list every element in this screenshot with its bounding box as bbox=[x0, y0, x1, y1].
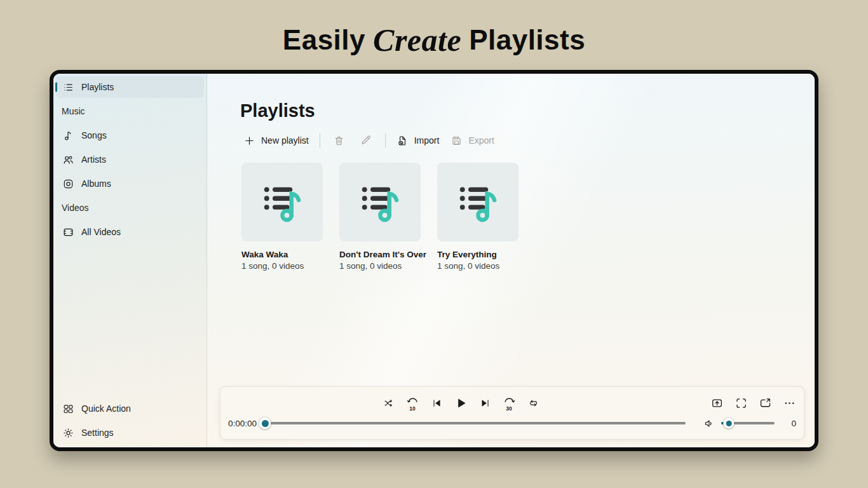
volume-slider[interactable] bbox=[721, 417, 775, 429]
sidebar-item-label: Settings bbox=[81, 428, 114, 438]
shuffle-button[interactable] bbox=[379, 393, 398, 412]
seek-track[interactable] bbox=[264, 422, 686, 424]
seek-thumb[interactable] bbox=[259, 417, 271, 430]
playlist-title: Don't Dream It's Over bbox=[339, 250, 421, 259]
title-word-regular: Playlists bbox=[469, 24, 585, 56]
playlist-meta: 1 song, 0 videos bbox=[241, 261, 323, 271]
skip-forward-label: 30 bbox=[499, 405, 519, 412]
fullscreen-icon bbox=[735, 396, 748, 410]
trash-icon bbox=[333, 135, 345, 147]
previous-button[interactable] bbox=[427, 393, 446, 412]
title-word-italic: Create bbox=[373, 22, 461, 58]
gear-icon bbox=[62, 426, 74, 439]
playlist-card[interactable]: Don't Dream It's Over 1 song, 0 videos bbox=[339, 163, 421, 271]
volume-value: 0 bbox=[783, 419, 796, 428]
cast-button[interactable] bbox=[707, 393, 726, 412]
player-controls-row: 10 30 bbox=[220, 393, 804, 415]
playlist-cover[interactable] bbox=[437, 163, 519, 241]
sidebar-spacer bbox=[56, 244, 204, 396]
title-word-regular: Easily bbox=[283, 24, 365, 56]
shuffle-icon bbox=[383, 398, 394, 409]
import-button[interactable]: Import bbox=[391, 132, 445, 149]
miniplayer-icon bbox=[759, 396, 772, 410]
fullscreen-button[interactable] bbox=[731, 393, 750, 412]
playlist-art-icon bbox=[454, 179, 501, 226]
repeat-icon bbox=[528, 398, 539, 409]
sidebar-item-all-videos[interactable]: All Videos bbox=[56, 221, 204, 243]
people-icon bbox=[62, 153, 74, 166]
main-content: Playlists New playlist Import Export bbox=[207, 74, 815, 447]
new-playlist-button[interactable]: New playlist bbox=[238, 132, 315, 149]
next-button[interactable] bbox=[475, 393, 494, 412]
pencil-icon bbox=[360, 135, 372, 147]
seek-bar[interactable] bbox=[264, 417, 686, 429]
sidebar: Playlists Music Songs Artists Albums Vid… bbox=[53, 74, 207, 447]
sidebar-item-settings[interactable]: Settings bbox=[56, 422, 204, 444]
sidebar-item-songs[interactable]: Songs bbox=[56, 125, 204, 146]
playlist-art-icon bbox=[259, 179, 306, 226]
quick-action-grid-icon bbox=[62, 402, 74, 415]
playlist-card[interactable]: Try Everything 1 song, 0 videos bbox=[437, 163, 519, 271]
toolbar-divider bbox=[320, 133, 320, 148]
player-seek-row: 0:00:00 0 bbox=[220, 412, 804, 434]
play-icon bbox=[454, 396, 468, 410]
next-track-icon bbox=[480, 398, 491, 409]
film-frame-icon bbox=[62, 226, 74, 238]
sidebar-item-artists[interactable]: Artists bbox=[56, 149, 204, 170]
playlist-queue-icon bbox=[62, 81, 74, 93]
player-secondary-controls bbox=[707, 393, 799, 412]
delete-button[interactable] bbox=[325, 132, 353, 149]
export-button[interactable]: Export bbox=[445, 132, 499, 149]
playlist-meta: 1 song, 0 videos bbox=[437, 261, 519, 271]
skip-forward-button[interactable]: 30 bbox=[499, 393, 519, 412]
playlist-title: Waka Waka bbox=[241, 250, 323, 259]
playlist-cover[interactable] bbox=[339, 163, 421, 241]
edit-button[interactable] bbox=[353, 132, 380, 149]
playlist-title: Try Everything bbox=[437, 250, 519, 259]
skip-back-label: 10 bbox=[403, 405, 422, 412]
sidebar-item-label: Albums bbox=[81, 179, 111, 189]
page-heading: Playlists bbox=[240, 100, 815, 121]
export-label: Export bbox=[468, 135, 494, 146]
toolbar: New playlist Import Export bbox=[238, 131, 815, 150]
player-bar: 10 30 bbox=[220, 386, 804, 440]
volume-icon[interactable] bbox=[702, 417, 716, 430]
page-title: EasilyCreatePlaylists bbox=[0, 0, 868, 58]
more-button[interactable] bbox=[780, 393, 799, 412]
previous-track-icon bbox=[431, 398, 442, 409]
elapsed-time: 0:00:00 bbox=[228, 419, 257, 428]
sidebar-item-quick-action[interactable]: Quick Action bbox=[56, 398, 204, 419]
playlist-grid: Waka Waka 1 song, 0 videos Don't Dream I… bbox=[241, 163, 815, 271]
skip-back-button[interactable]: 10 bbox=[403, 393, 422, 412]
sidebar-item-label: Artists bbox=[81, 154, 106, 165]
sidebar-item-label: Quick Action bbox=[81, 403, 131, 414]
plus-icon bbox=[243, 135, 255, 147]
new-playlist-label: New playlist bbox=[261, 135, 309, 146]
selected-indicator bbox=[55, 83, 57, 92]
import-icon bbox=[397, 135, 409, 147]
media-player-window: Playlists Music Songs Artists Albums Vid… bbox=[50, 70, 818, 451]
album-icon bbox=[62, 177, 74, 190]
sidebar-item-label: Playlists bbox=[81, 82, 114, 92]
miniplayer-button[interactable] bbox=[756, 393, 775, 412]
cast-icon bbox=[710, 396, 724, 410]
sidebar-section-videos: Videos bbox=[56, 197, 204, 219]
play-button[interactable] bbox=[451, 393, 470, 412]
music-note-icon bbox=[62, 129, 74, 142]
playlist-card[interactable]: Waka Waka 1 song, 0 videos bbox=[241, 163, 323, 271]
import-label: Import bbox=[414, 135, 440, 146]
transport-controls: 10 30 bbox=[379, 393, 543, 412]
repeat-button[interactable] bbox=[524, 393, 543, 412]
sidebar-item-label: All Videos bbox=[81, 227, 121, 237]
volume-thumb[interactable] bbox=[723, 418, 734, 429]
sidebar-item-albums[interactable]: Albums bbox=[56, 173, 204, 194]
playlist-art-icon bbox=[356, 179, 403, 226]
playlist-cover[interactable] bbox=[241, 163, 323, 241]
sidebar-item-label: Songs bbox=[81, 130, 107, 140]
more-ellipsis-icon bbox=[783, 396, 796, 410]
sidebar-item-playlists[interactable]: Playlists bbox=[56, 76, 204, 98]
export-save-icon bbox=[451, 135, 463, 147]
toolbar-divider bbox=[385, 133, 386, 148]
playlist-meta: 1 song, 0 videos bbox=[339, 261, 421, 271]
sidebar-section-music: Music bbox=[56, 100, 204, 122]
